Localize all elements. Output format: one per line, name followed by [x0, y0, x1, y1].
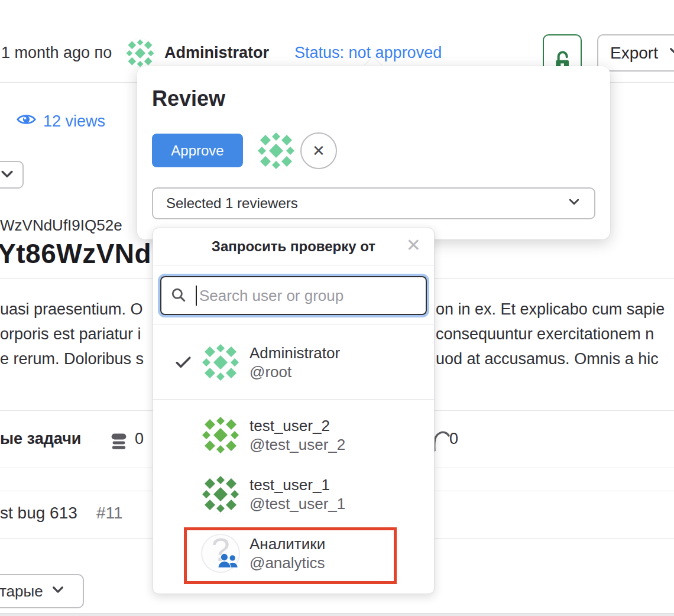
user-name: Administrator	[249, 343, 340, 362]
footer-strip	[0, 613, 674, 616]
user-avatar	[201, 343, 240, 382]
user-username: @root	[249, 362, 340, 381]
approve-label: Approve	[171, 142, 223, 159]
views-count: 12 views	[43, 112, 105, 131]
user-username: @test_user_1	[249, 494, 345, 513]
close-icon: ✕	[312, 142, 325, 160]
eye-icon	[17, 112, 36, 131]
author-avatar[interactable]	[125, 38, 155, 68]
views-link[interactable]: 12 views	[17, 112, 105, 131]
discussions-count: 0	[449, 430, 458, 448]
check-slot	[174, 355, 201, 369]
reviewers-select[interactable]: Selected 1 reviewers	[152, 187, 595, 219]
group-avatar: ?	[201, 534, 240, 573]
collapse-button[interactable]	[0, 161, 24, 189]
sort-label: старые	[0, 582, 43, 601]
request-review-dropdown: Запросить проверку от ✕	[153, 228, 435, 594]
user-list-item-test_user_1[interactable]: test_user_1 @test_user_1	[153, 465, 434, 524]
issue-reference: #11	[96, 504, 123, 523]
user-list-item-root[interactable]: Administrator @root	[153, 325, 434, 400]
issue-link[interactable]: st bug 613	[0, 504, 77, 523]
user-avatar	[201, 416, 240, 455]
user-list: Administrator @root test_user_2 @test_us…	[153, 325, 434, 583]
description-text-left: uasi praesentium. O orporis est pariatur…	[0, 297, 160, 371]
search-focus-ring	[158, 274, 429, 317]
export-button[interactable]: Export	[597, 34, 674, 72]
chevron-down-icon	[667, 43, 674, 63]
user-username: @test_user_2	[249, 435, 345, 454]
status-link[interactable]: Status: not approved	[294, 44, 442, 62]
sort-order-button[interactable]: старые	[0, 574, 84, 608]
dropdown-header: Запросить проверку от ✕	[153, 228, 434, 265]
user-text: Administrator @root	[249, 343, 340, 381]
linked-tasks-count: 0	[135, 430, 144, 448]
remove-reviewer-button[interactable]: ✕	[300, 132, 337, 169]
chevron-down-icon	[567, 194, 581, 212]
search-box	[160, 276, 427, 315]
chevron-down-icon	[50, 582, 66, 601]
search-icon	[171, 287, 186, 303]
user-name: test_user_2	[249, 416, 345, 435]
close-icon[interactable]: ✕	[406, 236, 421, 254]
approve-button[interactable]: Approve	[152, 134, 243, 167]
reviewer-avatar[interactable]	[257, 131, 296, 170]
export-label: Export	[610, 44, 658, 63]
user-name: Аналитики	[249, 534, 325, 553]
search-section	[153, 265, 434, 325]
chevron-down-icon	[0, 166, 15, 184]
page: 1 month ago по Administrator Status: not…	[0, 0, 674, 616]
reference-token: WzVNdUfI9IQ52e	[0, 216, 122, 235]
user-text: test_user_1 @test_user_1	[249, 475, 345, 513]
user-username: @analytics	[249, 553, 325, 572]
group-people-icon	[218, 553, 239, 572]
user-list-item-analytics[interactable]: ? Аналитики @analytics	[153, 524, 434, 583]
review-popup-title: Review	[152, 86, 225, 111]
discussions-icon	[432, 427, 450, 454]
author-name: Administrator	[164, 44, 269, 62]
search-input[interactable]	[161, 277, 426, 314]
user-text: Аналитики @analytics	[249, 534, 325, 572]
byline-timestamp: 1 month ago по	[1, 44, 112, 62]
text-cursor	[196, 286, 197, 306]
reviewers-select-value: Selected 1 reviewers	[166, 195, 298, 212]
review-popup: Review Approve ✕ Selected 1 reviewers	[137, 66, 610, 239]
user-name: test_user_1	[249, 475, 345, 494]
user-list-item-test_user_2[interactable]: test_user_2 @test_user_2	[153, 406, 434, 465]
dropdown-title: Запросить проверку от	[212, 238, 375, 255]
user-avatar	[201, 475, 240, 514]
user-text: test_user_2 @test_user_2	[249, 416, 345, 454]
description-text-right: on in ex. Et explicabo cum sapie consequ…	[436, 297, 674, 371]
linked-tasks-heading: ые задачи	[0, 430, 81, 448]
linked-items-icon	[108, 430, 130, 453]
check-icon	[174, 355, 192, 369]
